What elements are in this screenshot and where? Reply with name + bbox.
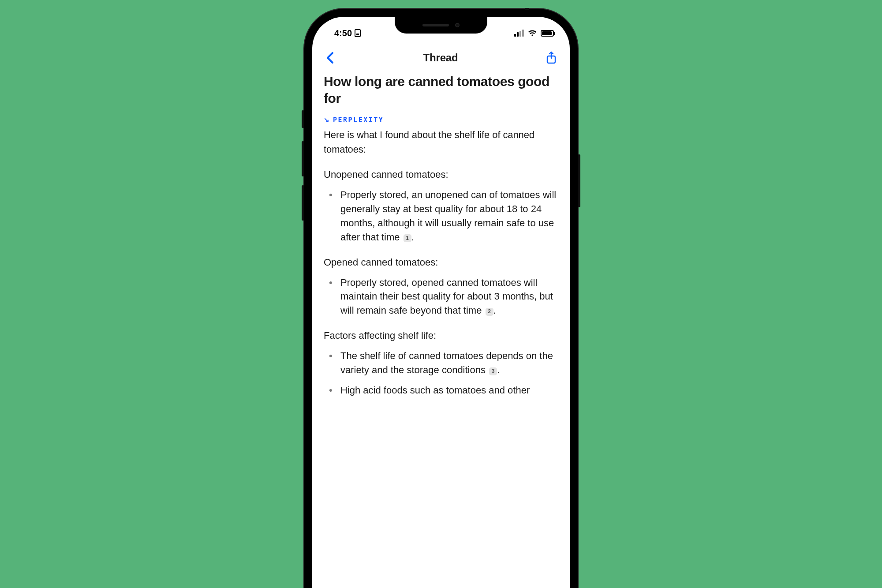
volume-down-button [302,185,304,221]
back-button[interactable] [322,52,338,64]
thread-content[interactable]: How long are canned tomatoes good for ↘ … [312,71,570,397]
share-icon [546,51,557,64]
nav-title: Thread [338,52,543,64]
bullet-text: Properly stored, an unopened can of toma… [340,189,556,243]
front-camera [455,23,460,27]
citation-badge[interactable]: 2 [486,308,493,316]
volume-up-button [302,141,304,176]
antenna-line [525,8,529,10]
answer-intro: Here is what I found about the shelf lif… [324,127,558,157]
status-left: 4:50 [334,28,361,38]
status-right [514,30,554,37]
status-time: 4:50 [334,28,352,38]
bullet-tail: . [411,232,414,243]
list-item: High acid foods such as tomatoes and oth… [324,383,558,397]
list-item: Properly stored, an unopened can of toma… [324,188,558,244]
nav-bar: Thread [312,41,570,71]
bullet-list: Properly stored, opened canned tomatoes … [324,276,558,318]
phone-screen: 4:50 Thread [312,17,570,588]
bullet-tail: . [493,305,496,316]
citation-badge[interactable]: 1 [404,234,411,242]
share-button[interactable] [543,51,559,64]
chevron-left-icon [326,52,334,64]
cellular-signal-icon [514,30,524,37]
bullet-text: The shelf life of canned tomatoes depend… [340,350,553,375]
sim-icon [355,29,361,37]
wifi-icon [527,30,537,37]
source-row: ↘ PERPLEXITY [324,116,558,124]
source-label: PERPLEXITY [333,116,384,124]
notch [395,17,487,34]
section-heading: Opened canned tomatoes: [324,255,558,270]
list-item: The shelf life of canned tomatoes depend… [324,349,558,377]
list-item: Properly stored, opened canned tomatoes … [324,276,558,318]
section-heading: Unopened canned tomatoes: [324,167,558,182]
question-title: How long are canned tomatoes good for [324,73,558,106]
section-heading: Factors affecting shelf life: [324,328,558,343]
bullet-tail: . [497,364,500,375]
bullet-text: High acid foods such as tomatoes and oth… [340,385,530,396]
bullet-list: Properly stored, an unopened can of toma… [324,188,558,244]
citation-badge[interactable]: 3 [489,367,497,375]
power-button [578,154,580,207]
bullet-text: Properly stored, opened canned tomatoes … [340,277,553,316]
bullet-list: The shelf life of canned tomatoes depend… [324,349,558,397]
speaker-grille [422,24,449,26]
arrow-down-right-icon: ↘ [324,116,329,124]
phone-frame: 4:50 Thread [304,9,578,588]
silence-switch [302,110,304,128]
battery-icon [541,30,554,37]
